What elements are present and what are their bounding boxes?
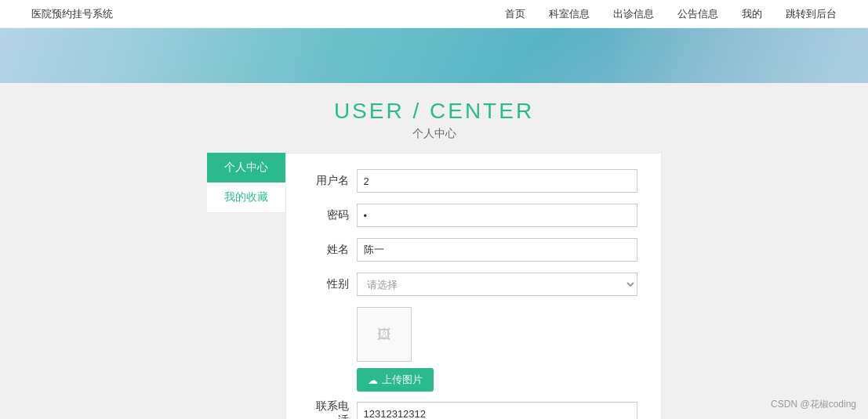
broken-image-icon: 🖼 [377,327,391,343]
nav-dept[interactable]: 科室信息 [549,7,590,21]
gender-select[interactable]: 请选择 男 女 [357,273,637,296]
gender-label: 性别 [310,277,357,291]
name-row: 姓名 [310,238,637,262]
password-label: 密码 [310,208,357,222]
main-content: 个人中心 我的收藏 用户名 密码 姓名 [0,153,868,419]
page-title-cn: 个人中心 [0,127,868,141]
content-wrapper: 个人中心 我的收藏 用户名 密码 姓名 [207,153,662,419]
form-panel: 用户名 密码 姓名 性别 请选择 男 女 [285,153,662,419]
nav-mine[interactable]: 我的 [742,7,762,21]
watermark: CSDN @花椒coding [771,398,856,411]
nav-backend[interactable]: 跳转到后台 [786,7,837,21]
page-title-section: USER / CENTER 个人中心 [0,83,868,153]
sidebar-item-personal[interactable]: 个人中心 [207,153,285,182]
image-preview: 🖼 [357,307,412,362]
username-label: 用户名 [310,174,357,188]
nav-visit[interactable]: 出诊信息 [613,7,654,21]
phone-label: 联系电话 [310,399,357,419]
nav-notice[interactable]: 公告信息 [677,7,718,21]
nav-logo: 医院预约挂号系统 [31,7,113,21]
upload-label: 上传图片 [382,373,423,387]
upload-image-button[interactable]: ☁ 上传图片 [357,368,434,392]
name-label: 姓名 [310,243,357,257]
upload-icon: ☁ [368,374,378,386]
header-nav: 医院预约挂号系统 首页 科室信息 出诊信息 公告信息 我的 跳转到后台 [0,0,868,28]
phone-input[interactable] [357,402,637,419]
hero-banner [0,28,868,83]
password-input[interactable] [357,204,637,227]
nav-home[interactable]: 首页 [505,7,525,21]
username-input[interactable] [357,169,637,193]
gender-row: 性别 请选择 男 女 [310,273,637,296]
password-row: 密码 [310,204,637,227]
sidebar: 个人中心 我的收藏 [207,153,285,419]
nav-links: 首页 科室信息 出诊信息 公告信息 我的 跳转到后台 [505,7,837,21]
page-title-en: USER / CENTER [0,99,868,124]
username-row: 用户名 [310,169,637,193]
name-input[interactable] [357,238,637,262]
phone-row: 联系电话 [310,399,637,419]
sidebar-item-favorites[interactable]: 我的收藏 [207,182,285,213]
image-upload-area: 🖼 ☁ 上传图片 [357,307,637,392]
